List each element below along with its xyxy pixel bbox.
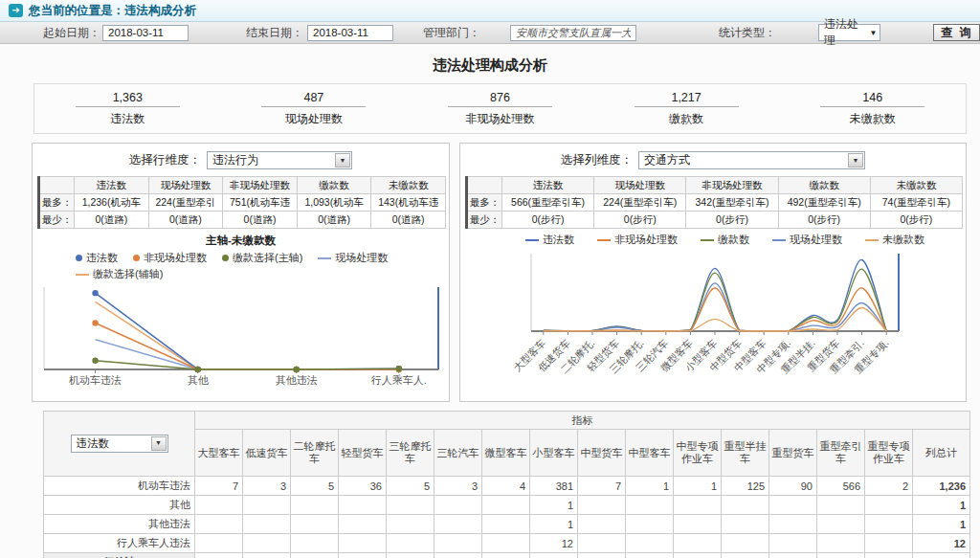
summary-label: 缴款数	[593, 111, 780, 127]
column-header: 大型客车	[195, 430, 243, 477]
table-cell	[578, 496, 626, 515]
table-cell: 4	[482, 477, 530, 496]
table-cell: 125	[722, 477, 769, 496]
stat-type-select[interactable]: 违法处理 ▼	[818, 24, 880, 41]
table-cell	[195, 515, 243, 534]
table-cell	[626, 496, 674, 515]
column-total-cell: 3	[243, 553, 291, 558]
legend-marker-line-icon	[865, 239, 879, 241]
table-cell: 12	[530, 534, 578, 553]
legend-marker-dot-icon	[222, 255, 229, 261]
table-cell	[626, 515, 674, 534]
mini-row-label: 最少：	[467, 212, 502, 229]
summary-label: 未缴款数	[779, 111, 966, 127]
legend-label: 缴款选择(辅轴)	[93, 267, 163, 281]
end-date-label: 结束日期：	[246, 25, 303, 41]
table-cell	[482, 496, 530, 515]
table-cell	[865, 515, 913, 534]
legend-marker-line-icon	[318, 257, 331, 259]
table-cell: 36	[339, 477, 387, 496]
summary-value: 487	[221, 91, 408, 104]
table-cell	[769, 496, 817, 515]
mini-column-header: 未缴款数	[371, 177, 446, 194]
column-dimension-table: 违法数现场处理数非现场处理数缴款数未缴款数最多：566(重型牵引车)224(重型…	[465, 176, 963, 229]
mini-cell: 0(道路)	[297, 212, 371, 229]
data-point	[194, 367, 200, 372]
metric-select[interactable]: 违法数 ▼	[71, 435, 168, 453]
search-button[interactable]: 查 询	[933, 24, 980, 41]
end-date-input[interactable]	[307, 25, 393, 41]
column-total-cell: 90	[769, 553, 817, 558]
table-cell: 90	[769, 477, 817, 496]
table-cell	[434, 515, 482, 534]
x-axis-label: 其他	[188, 374, 209, 386]
summary-stat: 487现场处理数	[221, 91, 408, 127]
mini-cell: 0(步行)	[870, 212, 962, 229]
table-cell: 5	[387, 477, 434, 496]
column-total-cell: 7	[578, 553, 626, 558]
mini-column-header: 非现场处理数	[686, 177, 778, 194]
column-header: 重型牵引车	[817, 430, 865, 477]
department-input[interactable]	[510, 25, 636, 41]
summary-stat: 146未缴款数	[779, 91, 966, 127]
table-cell: 7	[578, 477, 626, 496]
grand-total-row: 行总计7353853114997111259056621,363	[44, 553, 970, 558]
legend-marker-line-icon	[525, 239, 539, 241]
table-cell	[243, 515, 291, 534]
stat-type-label: 统计类型：	[719, 25, 776, 41]
table-cell: 3	[434, 477, 482, 496]
mini-header-row: 违法数现场处理数非现场处理数缴款数未缴款数	[39, 177, 446, 194]
legend-label: 非现场处理数	[144, 251, 207, 265]
x-axis-label: 行人乘车人.	[371, 374, 427, 386]
legend-marker-line-icon	[701, 239, 714, 241]
summary-underline	[448, 106, 552, 107]
legend-item: 未缴款数	[865, 233, 924, 247]
table-cell: 3	[243, 477, 291, 496]
legend-label: 缴款数	[718, 233, 749, 247]
column-header: 三轮摩托车	[387, 430, 434, 477]
pivot-table-wrap: 违法数 ▼ 指标 大型客车低速货车二轮摩托车轻型货车三轮摩托车三轮汽车微型客车小…	[43, 411, 980, 558]
column-header: 重型货车	[769, 430, 817, 477]
left-chart: 机动车违法其他其他违法行人乘车人.	[36, 281, 446, 398]
left-chart-title: 主轴-未缴款数	[33, 234, 449, 248]
column-total-cell: 3	[434, 553, 482, 558]
row-dimension-value: 违法行为	[208, 152, 334, 168]
table-cell: 1	[626, 477, 674, 496]
start-date-input[interactable]	[102, 25, 189, 41]
arrow-icon: ➜	[9, 4, 23, 17]
legend-item: 违法数	[76, 251, 118, 265]
mini-cell: 0(步行)	[686, 212, 778, 229]
legend-marker-dot-icon	[133, 255, 140, 261]
mini-row: 最少：0(道路)0(道路)0(道路)0(道路)0(道路)	[39, 212, 446, 229]
metric-select-cell: 违法数 ▼	[44, 412, 195, 477]
table-cell	[674, 496, 722, 515]
legend-label: 未缴款数	[882, 233, 924, 247]
series-line	[96, 301, 399, 369]
chevron-down-icon: ▼	[870, 29, 878, 37]
row-dimension-select[interactable]: 违法行为 ▼	[207, 151, 352, 169]
series-line	[544, 259, 886, 331]
summary-stat: 1,217缴款数	[593, 91, 780, 127]
column-total-cell: 1	[626, 553, 674, 558]
mini-row-label: 最多：	[39, 194, 75, 212]
table-cell	[482, 515, 530, 534]
summary-stat: 876非现场处理数	[407, 91, 593, 127]
data-point	[92, 290, 98, 296]
column-header: 重型半挂车	[722, 430, 769, 477]
data-point	[92, 320, 98, 325]
legend-marker-line-icon	[772, 239, 786, 241]
table-cell	[291, 515, 339, 534]
row-total-cell: 12	[913, 534, 970, 553]
column-dimension-value: 交通方式	[639, 152, 847, 168]
column-dimension-select[interactable]: 交通方式 ▼	[638, 151, 865, 169]
summary-label: 非现场处理数	[407, 111, 593, 127]
legend-label: 现场处理数	[335, 251, 388, 265]
mini-row-label: 最少：	[39, 212, 75, 229]
right-chart-legend: 违法数非现场处理数缴款数现场处理数未缴款数	[525, 233, 966, 247]
summary-panel: 1,363违法数487现场处理数876非现场处理数1,217缴款数146未缴款数	[33, 83, 967, 134]
row-label: 机动车违法	[44, 477, 195, 496]
table-cell	[817, 515, 865, 534]
column-header: 重型专项作业车	[865, 430, 913, 477]
column-total-cell: 499	[530, 553, 578, 558]
column-header: 中型专项作业车	[674, 430, 722, 477]
